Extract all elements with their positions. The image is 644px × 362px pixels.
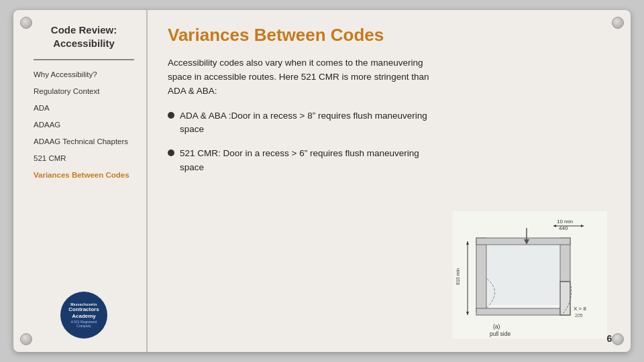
diagram-svg: 10 min 440 810 min (453, 211, 607, 339)
intro-paragraph: Accessibility codes also vary when it co… (168, 56, 439, 99)
bullet-dot-2 (168, 149, 174, 156)
screw-bottom-right (612, 333, 624, 345)
logo-text-academy: Academy (72, 313, 96, 320)
slide-title: Variances Between Codes (168, 25, 610, 46)
bullet-dot-1 (168, 112, 174, 119)
diagram-label: (a) (493, 323, 500, 330)
content-body: Accessibility codes also vary when it co… (168, 56, 610, 339)
sidebar-nav: Why Accessibility? Regulatory Context AD… (34, 70, 134, 285)
bullet-item-1: ADA & ABA :Door in a recess > 8” require… (168, 109, 439, 137)
sidebar: Code Review: Accessibility Why Accessibi… (13, 10, 148, 352)
logo-circle: Massachusetts Contractors Academy A 521 … (60, 292, 107, 339)
svg-text:205: 205 (575, 313, 583, 318)
bullet-text-2: 521 CMR: Door in a recess > 6” requires … (180, 147, 439, 174)
bullet-text-1: ADA & ABA :Door in a recess > 8” require… (180, 109, 439, 137)
diagram-section: 10 min 440 810 min (449, 56, 610, 339)
sidebar-item-variances[interactable]: Variances Between Codes (34, 170, 134, 180)
screw-top-left (20, 17, 32, 29)
sidebar-divider (34, 59, 134, 60)
svg-text:10 min: 10 min (557, 219, 573, 225)
sidebar-item-why[interactable]: Why Accessibility? (34, 70, 134, 80)
screw-bottom-left (20, 333, 32, 345)
svg-rect-14 (560, 282, 570, 315)
sidebar-title: Code Review: Accessibility (34, 23, 134, 50)
svg-text:810 min: 810 min (455, 268, 460, 285)
svg-rect-12 (476, 308, 570, 315)
svg-rect-10 (476, 238, 486, 312)
svg-rect-19 (486, 245, 560, 305)
sidebar-logo: Massachusetts Contractors Academy A 521 … (34, 292, 134, 339)
svg-text:X > 8: X > 8 (574, 306, 586, 312)
diagram-image: 10 min 440 810 min (453, 211, 607, 339)
text-section: Accessibility codes also vary when it co… (168, 56, 439, 339)
sidebar-item-adaag[interactable]: ADAAG (34, 120, 134, 130)
sidebar-item-regulatory[interactable]: Regulatory Context (34, 86, 134, 97)
main-content: Variances Between Codes Accessibility co… (148, 10, 631, 352)
bullet-item-2: 521 CMR: Door in a recess > 6” requires … (168, 147, 439, 174)
logo-text-contractors: Contractors (68, 306, 99, 313)
svg-rect-13 (476, 238, 570, 245)
logo-text-sub: A 521 Registered Company (64, 320, 103, 328)
svg-text:pull side: pull side (490, 330, 511, 337)
screw-top-right (612, 17, 624, 29)
bullet-list: ADA & ABA :Door in a recess > 8” require… (168, 109, 439, 174)
sidebar-item-adaag-tech[interactable]: ADAAG Technical Chapters (34, 137, 134, 147)
sidebar-item-521cmr[interactable]: 521 CMR (34, 154, 134, 164)
slide-container: Code Review: Accessibility Why Accessibi… (13, 10, 631, 352)
sidebar-item-ada[interactable]: ADA (34, 103, 134, 113)
